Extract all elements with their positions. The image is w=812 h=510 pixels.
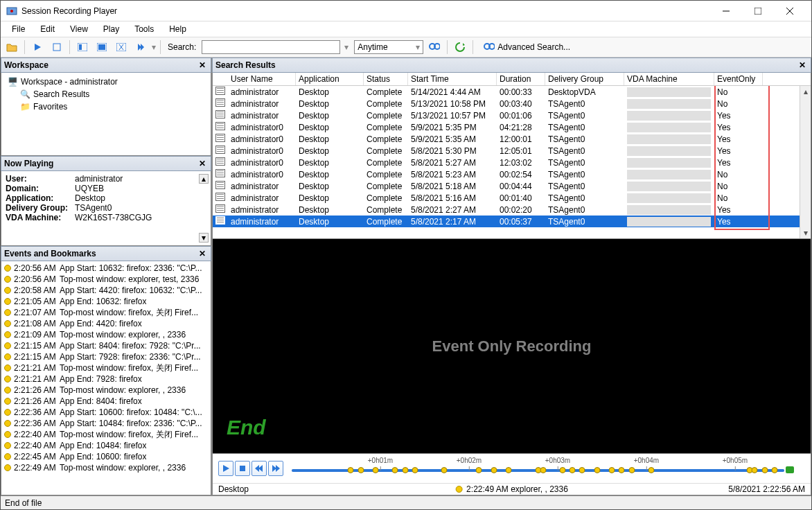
table-row[interactable]: administrator0DesktopComplete5/8/2021 5:…: [213, 145, 811, 157]
table-row[interactable]: administrator0DesktopComplete5/9/2021 5:…: [213, 133, 811, 145]
layout1-button[interactable]: [74, 39, 91, 55]
stop-button-tb[interactable]: [48, 39, 65, 55]
menu-file[interactable]: File: [5, 23, 32, 35]
timeline-event-dot[interactable]: [441, 467, 448, 473]
event-row[interactable]: 2:21:26 AMApp End: 8404: firefox: [1, 396, 211, 407]
tree-search-results[interactable]: 🔍 Search Results: [3, 88, 209, 100]
event-row[interactable]: 2:22:36 AMApp Start: 10484: firefox: 233…: [1, 418, 211, 429]
open-button[interactable]: [3, 39, 20, 55]
menu-help[interactable]: Help: [162, 23, 193, 35]
event-row[interactable]: 2:20:56 AMTop-most window: explorer, tes…: [1, 274, 211, 285]
col-dur[interactable]: Duration: [497, 73, 545, 85]
event-row[interactable]: 2:21:07 AMTop-most window: firefox, 关闭 F…: [1, 307, 211, 318]
menu-tools[interactable]: Tools: [127, 23, 161, 35]
event-row[interactable]: 2:22:45 AMApp End: 10600: firefox: [1, 451, 211, 462]
timeline-event-dot[interactable]: [594, 467, 600, 473]
menu-edit[interactable]: Edit: [33, 23, 62, 35]
event-row[interactable]: 2:20:58 AMApp Start: 4420: firefox: 1063…: [1, 285, 211, 296]
search-input[interactable]: [202, 40, 340, 54]
timeline-event-dot[interactable]: [372, 467, 378, 473]
table-row[interactable]: administrator0DesktopComplete5/9/2021 5:…: [213, 121, 811, 133]
event-row[interactable]: 2:21:08 AMApp End: 4420: firefox: [1, 318, 211, 329]
play-button[interactable]: [218, 461, 233, 476]
timeline-event-dot[interactable]: [402, 467, 408, 473]
event-row[interactable]: 2:20:56 AMApp Start: 10632: firefox: 233…: [1, 263, 211, 274]
table-row[interactable]: administrator0DesktopComplete5/8/2021 5:…: [213, 168, 811, 180]
timeline-event-dot[interactable]: [579, 467, 585, 473]
scroll-up[interactable]: ▴: [199, 174, 209, 184]
refresh-button[interactable]: [452, 39, 468, 55]
events-close[interactable]: ✕: [197, 248, 208, 259]
stop-button[interactable]: [235, 461, 250, 476]
col-user[interactable]: User Name: [228, 73, 296, 85]
timeline-event-dot[interactable]: [628, 467, 635, 473]
table-row[interactable]: administrator0DesktopComplete5/8/2021 5:…: [213, 157, 811, 168]
timeline-event-dot[interactable]: [761, 467, 768, 473]
col-status[interactable]: Status: [364, 73, 408, 85]
event-row[interactable]: 2:22:40 AMApp End: 10484: firefox: [1, 440, 211, 451]
maximize-button[interactable]: [742, 1, 774, 21]
results-scrollbar[interactable]: ▴ ▾: [800, 86, 811, 238]
timeline[interactable]: +0h01m+0h02m+0h03m+0h04m+0h05m: [292, 457, 784, 480]
timeline-event-dot[interactable]: [412, 467, 418, 473]
timeline-event-dot[interactable]: [392, 467, 398, 473]
timeline-event-dot[interactable]: [560, 467, 566, 473]
layout3-button[interactable]: [113, 39, 130, 55]
event-row[interactable]: 2:22:36 AMApp Start: 10600: firefox: 104…: [1, 407, 211, 418]
col-app[interactable]: Application: [296, 73, 364, 85]
menu-view[interactable]: View: [63, 23, 95, 35]
scroll-down[interactable]: ▾: [199, 233, 209, 243]
time-filter-dropdown[interactable]: Anytime▾: [354, 40, 423, 54]
nowplaying-close[interactable]: ✕: [197, 158, 208, 169]
event-row[interactable]: 2:21:21 AMTop-most window: firefox, 关闭 F…: [1, 362, 211, 373]
event-row[interactable]: 2:21:05 AMApp End: 10632: firefox: [1, 296, 211, 307]
col-vda[interactable]: VDA Machine: [624, 73, 714, 85]
table-row[interactable]: administratorDesktopComplete5/13/2021 10…: [213, 109, 811, 121]
col-start[interactable]: Start Time: [408, 73, 497, 85]
scroll-down-icon[interactable]: ▾: [802, 229, 810, 237]
timeline-event-dot[interactable]: [570, 467, 576, 473]
search-go-button[interactable]: [426, 39, 443, 55]
next-button-tb[interactable]: [132, 39, 149, 55]
results-body[interactable]: administratorDesktopComplete5/14/2021 4:…: [213, 86, 811, 238]
table-row[interactable]: administratorDesktopComplete5/8/2021 2:2…: [213, 204, 811, 216]
close-button[interactable]: [774, 1, 806, 21]
timeline-event-dot[interactable]: [619, 467, 625, 473]
play-button-tb[interactable]: [29, 39, 46, 55]
fastforward-button[interactable]: [268, 461, 283, 476]
timeline-event-dot[interactable]: [358, 467, 364, 473]
event-row[interactable]: 2:21:15 AMApp Start: 8404: firefox: 7928…: [1, 340, 211, 351]
event-row[interactable]: 2:21:09 AMTop-most window: explorer, , 2…: [1, 329, 211, 340]
timeline-event-dot[interactable]: [505, 467, 511, 473]
timeline-event-dot[interactable]: [476, 467, 482, 473]
timeline-event-dot[interactable]: [752, 467, 758, 473]
event-row[interactable]: 2:22:40 AMTop-most window: firefox, 关闭 F…: [1, 429, 211, 440]
table-row[interactable]: administratorDesktopComplete5/14/2021 4:…: [213, 86, 811, 98]
table-row[interactable]: administratorDesktopComplete5/8/2021 5:1…: [213, 180, 811, 192]
events-list[interactable]: 2:20:56 AMApp Start: 10632: firefox: 233…: [1, 261, 211, 495]
table-row[interactable]: administratorDesktopComplete5/8/2021 5:1…: [213, 192, 811, 204]
layout2-button[interactable]: [94, 39, 110, 55]
workspace-close[interactable]: ✕: [197, 60, 208, 71]
col-eo[interactable]: EventOnly: [714, 73, 763, 85]
results-close[interactable]: ✕: [797, 60, 808, 71]
col-dg[interactable]: Delivery Group: [545, 73, 624, 85]
timeline-event-dot[interactable]: [648, 467, 655, 473]
event-row[interactable]: 2:21:26 AMTop-most window: explorer, , 2…: [1, 385, 211, 396]
event-row[interactable]: 2:21:21 AMApp End: 7928: firefox: [1, 373, 211, 385]
timeline-event-dot[interactable]: [491, 467, 497, 473]
table-row[interactable]: administratorDesktopComplete5/8/2021 2:1…: [213, 216, 811, 227]
timeline-event-dot[interactable]: [771, 467, 777, 473]
timeline-event-dot[interactable]: [540, 467, 546, 473]
advanced-search-button[interactable]: Advanced Search...: [480, 39, 574, 55]
table-row[interactable]: administratorDesktopComplete5/13/2021 10…: [213, 98, 811, 109]
menu-play[interactable]: Play: [96, 23, 126, 35]
event-row[interactable]: 2:21:15 AMApp Start: 7928: firefox: 2336…: [1, 351, 211, 362]
tree-favorites[interactable]: 📁 Favorites: [3, 100, 209, 113]
scroll-up-icon[interactable]: ▴: [802, 87, 810, 96]
timeline-event-dot[interactable]: [348, 467, 354, 473]
event-row[interactable]: 2:22:49 AMTop-most window: explorer, , 2…: [1, 462, 211, 473]
tree-root[interactable]: 🖥️ Workspace - administrator: [3, 76, 209, 88]
minimize-button[interactable]: [710, 1, 742, 21]
timeline-event-dot[interactable]: [609, 467, 615, 473]
